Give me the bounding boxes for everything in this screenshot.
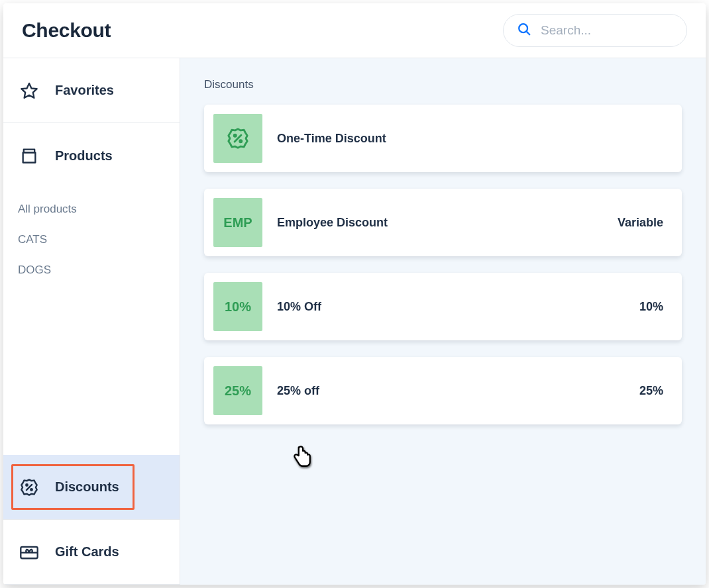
svg-point-4 [26, 484, 28, 486]
discount-value: 25% [639, 384, 663, 398]
discount-thumb-icon [213, 114, 262, 163]
discount-title: 25% off [277, 384, 639, 398]
discount-row[interactable]: 10% 10% Off 10% [204, 273, 682, 340]
svg-marker-2 [21, 83, 36, 97]
discount-row[interactable]: EMP Employee Discount Variable [204, 189, 682, 256]
sidebar-item-discounts[interactable]: Discounts [3, 455, 180, 520]
discount-thumb-text: EMP [213, 198, 262, 247]
discount-value: 10% [639, 300, 663, 314]
star-icon [18, 81, 40, 100]
sidebar-item-favorites[interactable]: Favorites [3, 58, 180, 123]
discount-title: Employee Discount [277, 216, 618, 230]
search-box[interactable] [503, 14, 687, 47]
sidebar-item-label: Gift Cards [55, 544, 119, 560]
sidebar-item-products[interactable]: Products [3, 123, 180, 188]
svg-point-5 [30, 489, 32, 491]
sidebar-item-label: Favorites [55, 83, 114, 98]
percent-badge-icon [18, 478, 40, 497]
page-title: Checkout [22, 19, 111, 42]
sidebar: Favorites Products All products CATS DOG… [3, 58, 180, 585]
discount-title: One-Time Discount [277, 132, 663, 146]
svg-line-1 [527, 32, 530, 35]
svg-point-10 [240, 140, 242, 142]
discount-value: Variable [618, 216, 663, 230]
sidebar-subitem-all-products[interactable]: All products [18, 203, 180, 216]
discount-thumb-text: 25% [213, 366, 262, 415]
discount-row[interactable]: One-Time Discount [204, 105, 682, 172]
product-sublist: All products CATS DOGS [3, 188, 180, 277]
gift-card-icon [18, 543, 40, 562]
main-panel: Discounts One-Time Discount EMP Employ [180, 58, 706, 585]
sidebar-item-label: Products [55, 148, 113, 164]
box-icon [18, 146, 40, 165]
body: Favorites Products All products CATS DOG… [3, 58, 706, 585]
sidebar-subitem-cats[interactable]: CATS [18, 233, 180, 246]
section-heading: Discounts [204, 78, 682, 91]
svg-point-9 [234, 134, 236, 136]
search-input[interactable] [541, 23, 673, 38]
sidebar-item-label: Discounts [55, 479, 119, 495]
sidebar-subitem-dogs[interactable]: DOGS [18, 264, 180, 277]
sidebar-item-gift-cards[interactable]: Gift Cards [3, 520, 180, 585]
discount-row[interactable]: 25% 25% off 25% [204, 357, 682, 424]
discount-thumb-text: 10% [213, 282, 262, 331]
discount-title: 10% Off [277, 300, 639, 314]
app-frame: Checkout Favorites [3, 3, 706, 585]
header: Checkout [3, 3, 706, 58]
spacer [3, 277, 180, 455]
search-icon [517, 22, 531, 39]
